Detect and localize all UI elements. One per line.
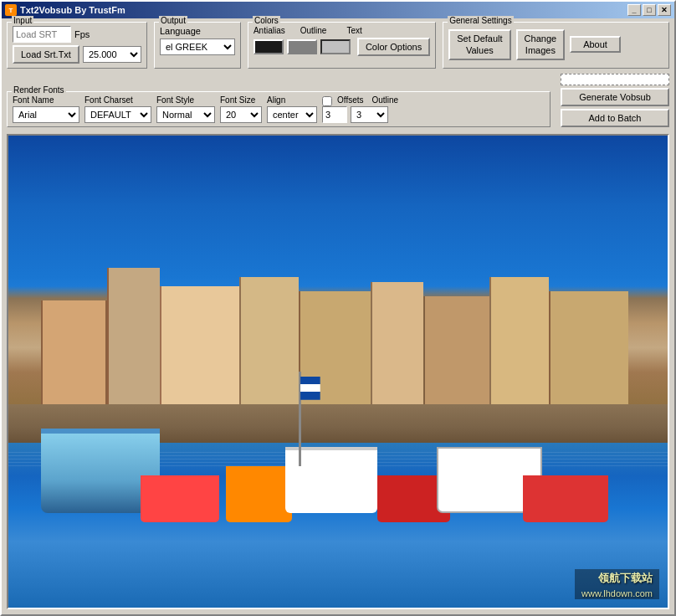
antialias-label: Antialias	[254, 26, 285, 35]
colors-section-label: Colors	[253, 16, 280, 25]
align-col: Align center left right	[267, 95, 317, 123]
offsets-input[interactable]	[322, 106, 347, 123]
load-srt-input[interactable]	[13, 26, 71, 43]
building-6	[371, 282, 423, 409]
close-button[interactable]: ✕	[658, 4, 671, 16]
general-settings-row: Set Default Values Change Images About	[448, 26, 663, 60]
change-images-button[interactable]: Change Images	[516, 29, 566, 60]
generate-vobsub-button[interactable]: Generate Vobsub	[561, 88, 669, 106]
outline-checkbox[interactable]	[322, 96, 332, 106]
maximize-button[interactable]: □	[643, 4, 656, 16]
outline-colors-label: Outline	[300, 26, 327, 35]
fps-label: Fps	[74, 29, 90, 39]
building-9	[549, 291, 628, 409]
font-style-select[interactable]: Normal Bold Italic	[156, 106, 215, 123]
language-select[interactable]: el GREEK en ENGLISH de GERMAN fr FRENCH	[160, 38, 235, 55]
input-section: Input Fps Load Srt.Txt 25.000 23.976 24.…	[7, 22, 147, 69]
building-7	[423, 296, 489, 409]
font-style-col: Font Style Normal Bold Italic	[156, 95, 215, 123]
align-select[interactable]: center left right	[267, 106, 317, 123]
outline-select[interactable]: 3 0 1 2 4 5	[351, 106, 388, 123]
offsets-col: Offsets Outline 3 0 1 2 4 5	[322, 95, 398, 123]
app-icon: T	[5, 4, 17, 16]
building-8	[489, 277, 549, 409]
titlebar-buttons: _ □ ✕	[627, 4, 671, 16]
font-name-select[interactable]: Arial Times New Roman Courier New	[13, 106, 79, 123]
render-fonts-label: Render Fonts	[12, 85, 66, 95]
general-settings-label: General Settings	[448, 16, 514, 25]
antialias-color-swatch[interactable]	[254, 39, 284, 54]
output-section-label: Output	[159, 16, 187, 25]
flag	[300, 377, 320, 400]
fps-select[interactable]: 25.000 23.976 24.000 29.970 30.000	[83, 46, 141, 63]
building-4	[239, 277, 299, 409]
output-section: Output Language el GREEK en ENGLISH de G…	[154, 22, 241, 69]
font-size-label: Font Size	[220, 95, 262, 105]
outline-field-label: Outline	[372, 95, 399, 105]
render-fonts-toolbar: Render Fonts Font Name Arial Times New R…	[2, 72, 674, 131]
harbor-scene: 领航下载站 www.lhdown.com	[8, 136, 668, 608]
input-row1: Fps	[13, 26, 141, 43]
about-button[interactable]: About	[570, 36, 621, 53]
generate-section: Generate Vobsub Add to Batch	[561, 74, 669, 127]
text-colors-label: Text	[346, 26, 361, 35]
outline-color-swatch[interactable]	[287, 39, 317, 54]
offsets-label: Offsets	[337, 95, 364, 105]
render-fonts-section: Render Fonts Font Name Arial Times New R…	[7, 91, 551, 127]
boat-hull-1	[141, 475, 220, 522]
main-window: T Txt2Vobsub By TrustFm _ □ ✕ Input Fps …	[0, 0, 676, 616]
titlebar-left: T Txt2Vobsub By TrustFm	[5, 4, 125, 16]
language-label: Language	[160, 26, 201, 36]
output-row2: el GREEK en ENGLISH de GERMAN fr FRENCH	[160, 38, 235, 55]
boat-hull-6	[523, 475, 608, 522]
color-options-button[interactable]: Color Options	[357, 38, 430, 56]
offsets-header-row: Offsets Outline	[322, 95, 398, 106]
window-title: Txt2Vobsub By TrustFm	[20, 5, 125, 15]
font-name-col: Font Name Arial Times New Roman Courier …	[13, 95, 79, 123]
watermark-area: 领航下载站 www.lhdown.com	[575, 569, 659, 599]
font-size-col: Font Size 20 16 18 22 24	[220, 95, 262, 123]
font-name-label: Font Name	[13, 95, 79, 105]
building-1	[41, 300, 107, 404]
minimize-button[interactable]: _	[627, 4, 641, 16]
progress-bar-area	[561, 74, 669, 85]
general-settings-section: General Settings Set Default Values Chan…	[443, 22, 669, 69]
building-3	[160, 286, 239, 409]
font-style-label: Font Style	[156, 95, 215, 105]
titlebar: T Txt2Vobsub By TrustFm _ □ ✕	[2, 2, 674, 18]
output-row1: Language	[160, 26, 235, 36]
font-charset-col: Font Charset DEFAULT ANSI OEM	[84, 95, 151, 123]
image-display-area: 领航下载站 www.lhdown.com	[7, 134, 669, 609]
watermark-line2: www.lhdown.com	[575, 588, 659, 599]
colors-row2: Color Options	[254, 38, 430, 56]
font-charset-select[interactable]: DEFAULT ANSI OEM	[84, 106, 151, 123]
align-label: Align	[267, 95, 317, 105]
input-row2: Load Srt.Txt 25.000 23.976 24.000 29.970…	[13, 45, 141, 64]
colors-row1: Antialias Outline Text	[254, 26, 430, 35]
colors-section: Colors Antialias Outline Text Color Opti…	[248, 22, 436, 69]
top-toolbar: Input Fps Load Srt.Txt 25.000 23.976 24.…	[2, 18, 674, 72]
boat-hull-2	[226, 466, 292, 523]
building-2	[107, 268, 160, 409]
load-srt-button[interactable]: Load Srt.Txt	[13, 45, 79, 64]
set-default-values-button[interactable]: Set Default Values	[448, 29, 510, 60]
offsets-row2: 3 0 1 2 4 5	[322, 106, 398, 123]
font-charset-label: Font Charset	[84, 95, 151, 105]
font-size-select[interactable]: 20 16 18 22 24	[220, 106, 262, 123]
watermark-line1: 领航下载站	[575, 569, 659, 588]
add-to-batch-button[interactable]: Add to Batch	[561, 109, 669, 127]
text-color-swatch[interactable]	[320, 39, 351, 54]
input-section-label: Input	[12, 16, 33, 25]
